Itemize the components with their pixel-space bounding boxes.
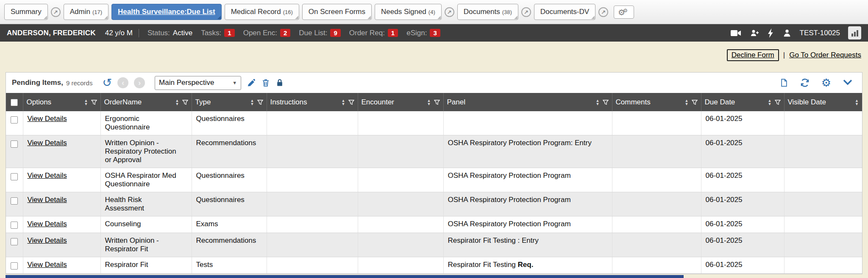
- column-header-instructions[interactable]: Instructions: [270, 98, 307, 107]
- horizontal-scrollbar[interactable]: [6, 275, 684, 278]
- table-row[interactable]: View Details OSHA Respirator Med Questio…: [6, 168, 862, 192]
- sort-icon[interactable]: ▲▼: [175, 99, 179, 106]
- column-header-options[interactable]: Options: [27, 98, 52, 107]
- popout-icon[interactable]: ↗: [51, 7, 61, 17]
- filter-icon[interactable]: [434, 99, 440, 105]
- collapse-chevron-icon[interactable]: [843, 79, 853, 87]
- column-header-panel[interactable]: Panel: [447, 98, 465, 107]
- filter-icon[interactable]: [775, 99, 781, 105]
- user-icon: [782, 28, 792, 38]
- select-all-checkbox[interactable]: [11, 99, 18, 106]
- table-row[interactable]: View Details Respirator Fit Tests Respir…: [6, 257, 862, 274]
- order-req-badge[interactable]: 1: [388, 29, 398, 37]
- view-details-link[interactable]: View Details: [28, 171, 67, 180]
- filter-icon[interactable]: [692, 99, 698, 105]
- view-details-link[interactable]: View Details: [28, 139, 67, 147]
- table-row[interactable]: View Details Written Opinion - Respirato…: [6, 135, 862, 168]
- bar-chart-icon[interactable]: [848, 26, 861, 39]
- filter-icon[interactable]: [348, 99, 354, 105]
- view-details-link[interactable]: View Details: [28, 196, 67, 204]
- popout-icon[interactable]: ↗: [445, 7, 454, 17]
- back-icon[interactable]: ‹: [117, 77, 128, 88]
- column-header-encounter[interactable]: Encounter: [362, 98, 395, 107]
- row-checkbox[interactable]: [11, 222, 18, 229]
- row-checkbox[interactable]: [11, 262, 18, 270]
- row-checkbox[interactable]: [11, 173, 18, 180]
- due-list-badge[interactable]: 9: [330, 29, 340, 37]
- tab-health-surveillance-due-list[interactable]: Health Surveillance:Due List: [111, 4, 222, 20]
- tab-on-screen-forms[interactable]: On Screen Forms: [302, 4, 372, 20]
- sort-icon[interactable]: ▲▼: [768, 99, 772, 106]
- row-checkbox[interactable]: [11, 197, 18, 205]
- decline-form-button[interactable]: Decline Form: [727, 49, 779, 61]
- column-header-due-date[interactable]: Due Date: [705, 98, 735, 107]
- sort-icon[interactable]: ▲▼: [342, 99, 345, 106]
- settings-gear-icon[interactable]: ⚙: [821, 77, 831, 88]
- refresh-icon[interactable]: [800, 78, 810, 88]
- tab-documents[interactable]: Documents (38): [457, 4, 518, 20]
- tab-documents-dv[interactable]: Documents-DV: [534, 4, 595, 20]
- cell-panel: [443, 111, 612, 135]
- table-row[interactable]: View Details Counseling Exams OSHA Respi…: [6, 216, 862, 233]
- popout-icon[interactable]: ↗: [521, 7, 531, 17]
- row-checkbox[interactable]: [11, 140, 18, 148]
- cell-encounter: [358, 168, 443, 192]
- video-camera-icon[interactable]: [730, 29, 742, 37]
- row-checkbox[interactable]: [11, 116, 18, 124]
- column-header-visible-date[interactable]: Visible Date: [788, 98, 826, 107]
- filter-icon[interactable]: [91, 99, 97, 105]
- perspective-select[interactable]: Main Perspective ▼: [155, 76, 241, 90]
- sort-icon[interactable]: ▲▼: [84, 99, 88, 106]
- tab-label: Medical Record: [231, 8, 281, 16]
- add-user-icon[interactable]: [750, 28, 760, 38]
- esign-badge[interactable]: 3: [430, 29, 440, 37]
- open-enc-badge[interactable]: 2: [280, 29, 290, 37]
- sort-icon[interactable]: ▲▼: [855, 99, 859, 106]
- lightning-icon[interactable]: [768, 28, 774, 38]
- filter-icon[interactable]: [603, 99, 609, 105]
- tab-summary[interactable]: Summary: [4, 4, 48, 20]
- tasks-badge[interactable]: 1: [224, 29, 234, 37]
- undo-icon[interactable]: ↺: [102, 77, 112, 89]
- cell-encounter: [358, 111, 443, 135]
- view-details-link[interactable]: View Details: [28, 236, 67, 244]
- cell-due-date: 06-01-2025: [701, 216, 784, 233]
- edit-icon[interactable]: [247, 78, 256, 87]
- table-row[interactable]: View Details Ergonomic Questionnaire Que…: [6, 111, 862, 135]
- filter-icon[interactable]: [257, 99, 263, 105]
- cell-panel: OSHA Respiratory Protection Program: [443, 168, 612, 192]
- document-icon[interactable]: [780, 78, 788, 88]
- patient-bar: ANDERSON, FREDERICK 42 y/o M Status: Act…: [0, 24, 868, 42]
- stat-order-req: Order Req: 1: [349, 29, 398, 37]
- divider: [139, 29, 139, 37]
- sort-icon[interactable]: ▲▼: [250, 99, 254, 106]
- column-header-ordername[interactable]: OrderName: [104, 98, 142, 107]
- row-checkbox[interactable]: [11, 238, 18, 245]
- cell-instructions: [267, 233, 358, 257]
- popout-icon[interactable]: ↗: [598, 7, 608, 17]
- patient-status: Status: Active: [147, 29, 192, 37]
- stat-tasks: Tasks: 1: [201, 29, 235, 37]
- tab-admin[interactable]: Admin (17): [64, 4, 108, 20]
- view-details-link[interactable]: View Details: [28, 115, 67, 123]
- view-details-link[interactable]: View Details: [28, 261, 67, 269]
- column-header-type[interactable]: Type: [195, 98, 211, 107]
- filter-icon[interactable]: [182, 99, 188, 105]
- forward-icon[interactable]: ›: [134, 77, 145, 88]
- view-details-link[interactable]: View Details: [28, 220, 67, 228]
- tab-needs-signed[interactable]: Needs Signed (4): [375, 4, 442, 20]
- go-to-order-requests-link[interactable]: Go To Order Requests: [789, 51, 861, 59]
- lock-icon[interactable]: [275, 78, 284, 87]
- decline-form-link[interactable]: Decline Form: [732, 51, 774, 59]
- table-row[interactable]: View Details Written Opinion - Respirato…: [6, 233, 862, 257]
- trash-icon[interactable]: [262, 78, 270, 87]
- cell-visible-date: [784, 168, 862, 192]
- column-header-comments[interactable]: Comments: [616, 98, 651, 107]
- cell-order-name: Written Opinion - Respiratory Protection…: [100, 135, 192, 168]
- sort-icon[interactable]: ▲▼: [685, 99, 689, 106]
- table-row[interactable]: View Details Health Risk Assessment Ques…: [6, 192, 862, 216]
- tab-settings-button[interactable]: ⚙⚙: [614, 6, 634, 19]
- sort-icon[interactable]: ▲▼: [596, 99, 600, 106]
- sort-icon[interactable]: ▲▼: [427, 99, 431, 106]
- tab-medical-record[interactable]: Medical Record (16): [225, 4, 299, 20]
